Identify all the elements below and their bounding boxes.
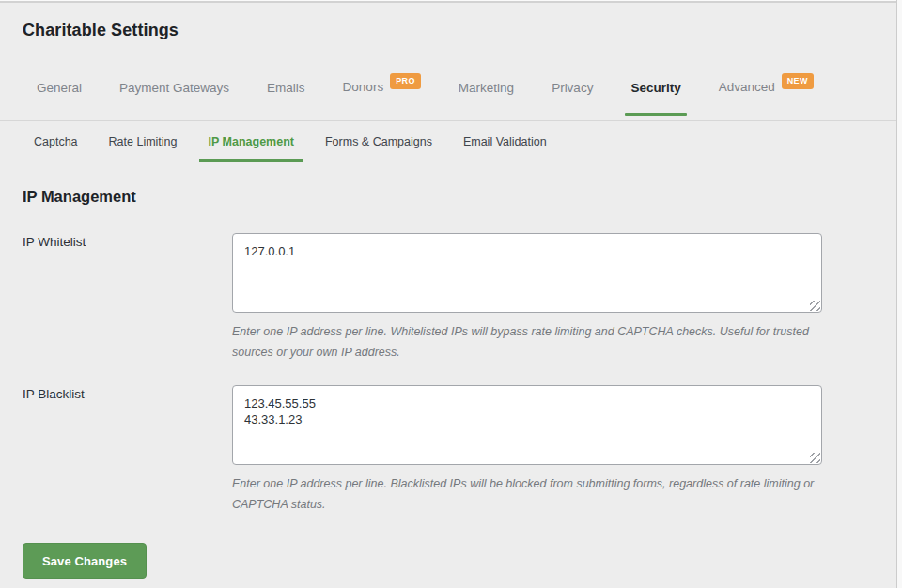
tab-emails-label: Emails [267, 81, 305, 95]
tab-advanced-label: Advanced [719, 80, 775, 94]
save-button[interactable]: Save Changes [23, 543, 147, 579]
pro-badge: PRO [390, 73, 421, 89]
whitelist-field: 127.0.0.1 Enter one IP address per line.… [232, 233, 822, 363]
tab-donors-label: Donors [343, 80, 384, 94]
subtab-ip-management[interactable]: IP Management [197, 121, 305, 162]
whitelist-row: IP Whitelist 127.0.0.1 Enter one IP addr… [0, 233, 902, 363]
whitelist-help: Enter one IP address per line. Whitelist… [232, 321, 816, 363]
subtab-forms-campaigns[interactable]: Forms & Campaigns [314, 121, 443, 162]
whitelist-textarea-wrap: 127.0.0.1 [232, 233, 822, 313]
main-tabs: General Payment Gateways Emails Donors P… [0, 41, 902, 121]
blacklist-field: 123.45.55.55 43.33.1.23 Enter one IP add… [232, 385, 822, 515]
resize-grip-icon[interactable] [810, 301, 820, 311]
tab-marketing[interactable]: Marketing [444, 43, 528, 120]
tab-payment-gateways-label: Payment Gateways [119, 81, 229, 95]
tab-general[interactable]: General [23, 43, 96, 120]
subtab-rate-limiting[interactable]: Rate Limiting [98, 121, 189, 162]
blacklist-textarea-wrap: 123.45.55.55 43.33.1.23 [232, 385, 822, 465]
tab-security[interactable]: Security [616, 43, 694, 120]
tab-privacy[interactable]: Privacy [537, 43, 607, 120]
new-badge: NEW [782, 73, 814, 89]
tab-marketing-label: Marketing [459, 81, 514, 95]
page-title: Charitable Settings [0, 3, 902, 41]
subtab-captcha[interactable]: Captcha [23, 121, 89, 162]
subtab-captcha-label: Captcha [34, 135, 78, 148]
tab-emails[interactable]: Emails [253, 43, 319, 120]
subtab-email-validation[interactable]: Email Validation [452, 121, 558, 162]
tab-advanced[interactable]: Advanced NEW [705, 41, 828, 120]
resize-grip-icon[interactable] [810, 453, 820, 463]
scrollbar[interactable] [896, 0, 902, 588]
whitelist-label: IP Whitelist [23, 233, 232, 250]
sub-tabs: Captcha Rate Limiting IP Management Form… [0, 121, 902, 162]
whitelist-textarea[interactable]: 127.0.0.1 [232, 233, 822, 313]
blacklist-label: IP Blacklist [23, 385, 232, 402]
blacklist-help: Enter one IP address per line. Blacklist… [232, 473, 816, 515]
tab-security-label: Security [630, 81, 680, 95]
tab-privacy-label: Privacy [552, 81, 593, 95]
tab-general-label: General [37, 81, 82, 95]
blacklist-textarea[interactable]: 123.45.55.55 43.33.1.23 [232, 385, 822, 465]
subtab-rate-limiting-label: Rate Limiting [109, 135, 178, 148]
tab-payment-gateways[interactable]: Payment Gateways [105, 43, 243, 120]
subtab-ip-management-label: IP Management [209, 135, 294, 148]
section-heading: IP Management [23, 187, 879, 206]
subtab-forms-campaigns-label: Forms & Campaigns [325, 135, 432, 148]
tab-donors[interactable]: Donors PRO [329, 41, 435, 120]
subtab-email-validation-label: Email Validation [463, 135, 547, 148]
blacklist-row: IP Blacklist 123.45.55.55 43.33.1.23 Ent… [0, 385, 902, 515]
